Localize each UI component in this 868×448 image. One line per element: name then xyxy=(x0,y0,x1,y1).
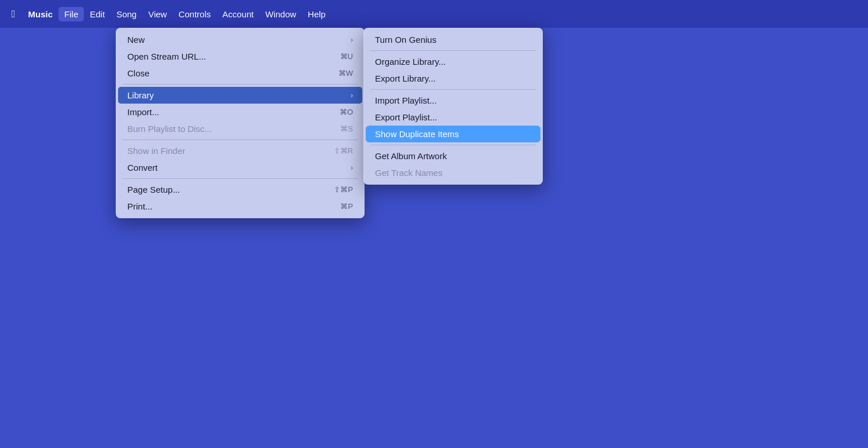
menu-item-open-stream-label: Open Stream URL... xyxy=(127,52,206,61)
menu-item-print[interactable]: Print... ⌘P xyxy=(118,198,362,215)
file-divider-2 xyxy=(123,139,358,140)
close-shortcut: ⌘W xyxy=(339,69,353,78)
submenu-get-track-names-label: Get Track Names xyxy=(375,168,443,178)
menubar-file[interactable]: File xyxy=(58,7,84,21)
submenu-show-duplicate-label: Show Duplicate Items xyxy=(375,129,459,139)
menubar-help[interactable]: Help xyxy=(302,7,332,21)
menu-item-close[interactable]: Close ⌘W xyxy=(118,65,362,82)
submenu-item-show-duplicate-items[interactable]: Show Duplicate Items xyxy=(366,126,540,142)
submenu-export-library-label: Export Library... xyxy=(375,74,436,83)
library-divider-1 xyxy=(370,50,536,51)
open-stream-shortcut: ⌘U xyxy=(340,52,353,61)
convert-arrow-icon: › xyxy=(351,164,353,172)
menubar-controls[interactable]: Controls xyxy=(172,7,216,21)
menu-item-burn-playlist[interactable]: Burn Playlist to Disc... ⌘S xyxy=(118,120,362,137)
submenu-item-turn-on-genius[interactable]: Turn On Genius xyxy=(366,31,540,48)
submenu-item-organize-library[interactable]: Organize Library... xyxy=(366,53,540,70)
apple-icon[interactable]:  xyxy=(5,6,23,23)
menu-item-convert-label: Convert xyxy=(127,163,158,172)
menu-item-import[interactable]: Import... ⌘O xyxy=(118,104,362,120)
menu-item-convert[interactable]: Convert › xyxy=(118,159,362,176)
print-shortcut: ⌘P xyxy=(340,202,353,211)
menubar-window[interactable]: Window xyxy=(259,7,301,21)
menubar-edit[interactable]: Edit xyxy=(84,7,111,21)
submenu-item-import-playlist[interactable]: Import Playlist... xyxy=(366,92,540,109)
submenu-get-album-artwork-label: Get Album Artwork xyxy=(375,151,447,161)
menu-item-show-finder[interactable]: Show in Finder ⇧⌘R xyxy=(118,142,362,159)
file-divider-3 xyxy=(123,178,358,179)
submenu-item-export-playlist[interactable]: Export Playlist... xyxy=(366,109,540,126)
import-shortcut: ⌘O xyxy=(340,108,353,116)
menu-item-new-label: New xyxy=(127,35,145,45)
submenu-organize-library-label: Organize Library... xyxy=(375,57,446,67)
library-submenu: Turn On Genius Organize Library... Expor… xyxy=(363,28,543,185)
menubar-account[interactable]: Account xyxy=(216,7,259,21)
submenu-item-export-library[interactable]: Export Library... xyxy=(366,70,540,87)
show-finder-shortcut: ⇧⌘R xyxy=(334,146,353,155)
menu-item-import-label: Import... xyxy=(127,107,159,117)
menu-item-burn-label: Burn Playlist to Disc... xyxy=(127,124,212,134)
submenu-item-get-track-names[interactable]: Get Track Names xyxy=(366,164,540,181)
submenu-turn-on-genius-label: Turn On Genius xyxy=(375,35,436,45)
menubar-music[interactable]: Music xyxy=(23,7,59,21)
menu-item-new[interactable]: New › xyxy=(118,31,362,48)
menu-item-show-finder-label: Show in Finder xyxy=(127,146,185,156)
file-menu: New › Open Stream URL... ⌘U Close ⌘W Lib… xyxy=(116,28,365,218)
file-divider-1 xyxy=(123,84,358,85)
menu-item-library-label: Library xyxy=(127,90,154,100)
menubar:  Music File Edit Song View Controls Acc… xyxy=(0,0,868,28)
menu-item-close-label: Close xyxy=(127,68,149,78)
new-arrow-icon: › xyxy=(351,36,353,44)
menubar-song[interactable]: Song xyxy=(111,7,142,21)
menu-item-open-stream[interactable]: Open Stream URL... ⌘U xyxy=(118,48,362,65)
library-arrow-icon: › xyxy=(351,91,353,100)
menu-item-print-label: Print... xyxy=(127,201,152,211)
submenu-item-get-album-artwork[interactable]: Get Album Artwork xyxy=(366,148,540,164)
page-setup-shortcut: ⇧⌘P xyxy=(334,185,353,194)
menu-item-library[interactable]: Library › xyxy=(118,87,362,104)
library-divider-2 xyxy=(370,89,536,90)
submenu-import-playlist-label: Import Playlist... xyxy=(375,96,437,105)
menu-item-page-setup-label: Page Setup... xyxy=(127,185,180,194)
menubar-view[interactable]: View xyxy=(142,7,172,21)
menu-item-page-setup[interactable]: Page Setup... ⇧⌘P xyxy=(118,181,362,198)
library-divider-3 xyxy=(370,145,536,145)
submenu-export-playlist-label: Export Playlist... xyxy=(375,112,437,122)
burn-shortcut: ⌘S xyxy=(340,124,353,133)
